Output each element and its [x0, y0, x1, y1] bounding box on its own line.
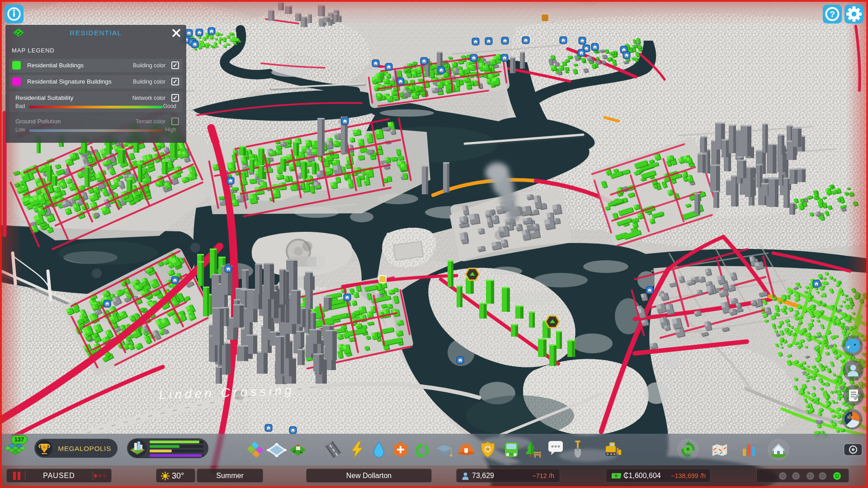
svg-text:?: ? — [830, 9, 835, 19]
